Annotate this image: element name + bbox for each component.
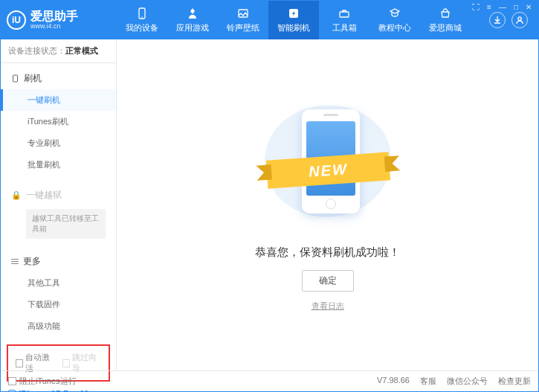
flash-icon [287,7,300,20]
download-button[interactable] [489,12,506,28]
header: iU 爱思助手 www.i4.cn 我的设备 应用游戏 铃声壁纸 [1,1,538,39]
tutorial-icon [388,7,401,20]
apps-icon [186,7,199,20]
sidebar-item-oneclick-flash[interactable]: 一键刷机 [1,89,116,111]
app-url: www.i4.cn [30,22,78,30]
jailbreak-moved-note[interactable]: 越狱工具已转移至工具箱 [26,209,106,239]
device-icon [135,7,149,20]
nav-toolbox[interactable]: 工具箱 [319,1,369,39]
svg-point-1 [141,16,143,18]
footer-link-wechat[interactable]: 微信公众号 [447,376,488,387]
nav-label: 应用游戏 [176,22,209,33]
phone-small-icon [11,74,19,83]
user-button[interactable] [511,12,528,28]
footer: 阻止iTunes运行 V7.98.66 客服 微信公众号 检查更新 [1,370,538,391]
app-logo[interactable]: iU 爱思助手 www.i4.cn [7,10,117,30]
lock-icon: 🔒 [11,190,22,200]
view-log-link[interactable]: 查看日志 [312,301,344,312]
sidebar-item-download-firmware[interactable]: 下载固件 [1,294,116,315]
footer-link-update[interactable]: 检查更新 [498,376,531,387]
sidebar-item-other-tools[interactable]: 其他工具 [1,272,116,294]
nav-label: 铃声壁纸 [227,22,259,33]
nav-ringtones-wallpapers[interactable]: 铃声壁纸 [218,1,268,39]
svg-rect-4 [340,12,349,17]
version-label: V7.98.66 [377,376,410,387]
nav-smart-flash[interactable]: 智能刷机 [268,1,319,39]
nav-label: 爱思商城 [429,22,462,33]
svg-point-5 [518,17,521,20]
sidebar-item-itunes-flash[interactable]: iTunes刷机 [1,111,116,132]
nav-label: 工具箱 [332,22,357,33]
nav-apps-games[interactable]: 应用游戏 [167,1,218,39]
sidebar-item-pro-flash[interactable]: 专业刷机 [1,132,116,154]
app-title: 爱思助手 [30,10,78,22]
toolbox-icon [338,7,351,20]
wallpaper-icon [236,7,250,20]
svg-rect-6 [13,75,18,82]
nav-label: 我的设备 [126,22,158,33]
success-illustration: NEW [246,98,410,232]
footer-link-support[interactable]: 客服 [420,376,436,387]
main-content: NEW 恭喜您，保资料刷机成功啦！ 确定 查看日志 [117,39,538,370]
success-message: 恭喜您，保资料刷机成功啦！ [255,245,400,260]
win-close-icon[interactable]: ✕ [524,3,533,11]
store-icon [439,7,452,20]
top-nav: 我的设备 应用游戏 铃声壁纸 智能刷机 工具箱 [117,1,489,39]
win-maximize-icon[interactable]: □ [512,3,520,11]
logo-badge-icon: iU [7,10,26,30]
sidebar-section-flash[interactable]: 刷机 [1,68,116,89]
nav-label: 教程中心 [378,22,411,33]
connection-status: 设备连接状态：正常模式 [1,39,116,63]
sidebar-section-jailbreak: 🔒 一键越狱 [1,184,116,206]
nav-my-device[interactable]: 我的设备 [117,1,167,39]
sidebar-item-advanced[interactable]: 高级功能 [1,315,116,337]
win-menu-icon[interactable]: ≡ [485,3,493,11]
menu-lines-icon [11,257,19,266]
sidebar-item-batch-flash[interactable]: 批量刷机 [1,154,116,176]
sidebar-section-more[interactable]: 更多 [1,251,116,272]
confirm-button[interactable]: 确定 [302,270,354,292]
checkbox-block-itunes[interactable]: 阻止iTunes运行 [8,376,77,387]
nav-label: 智能刷机 [277,22,310,33]
win-cart-icon[interactable]: ⛶ [471,3,481,11]
win-minimize-icon[interactable]: — [497,3,508,11]
sidebar: 设备连接状态：正常模式 刷机 一键刷机 iTunes刷机 专业刷机 批量刷机 🔒… [1,39,117,370]
nav-tutorials[interactable]: 教程中心 [369,1,420,39]
nav-store[interactable]: 爱思商城 [420,1,471,39]
